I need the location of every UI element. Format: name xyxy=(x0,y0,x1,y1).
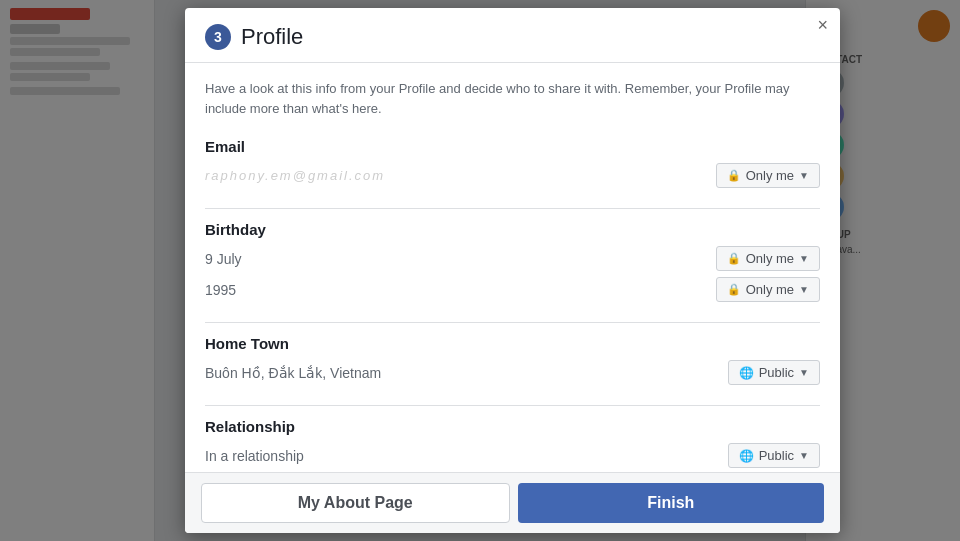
hometown-row: Buôn Hồ, Đắk Lắk, Vietnam 🌐 Public ▼ xyxy=(205,360,820,385)
email-privacy-button[interactable]: 🔒 Only me ▼ xyxy=(716,163,820,188)
modal-subtitle: Have a look at this info from your Profi… xyxy=(205,79,820,118)
divider-3 xyxy=(205,405,820,406)
relationship-value: In a relationship xyxy=(205,448,304,464)
email-row: raphony.em@gmail.com 🔒 Only me ▼ xyxy=(205,163,820,188)
divider-2 xyxy=(205,322,820,323)
globe-icon: 🌐 xyxy=(739,449,754,463)
email-privacy-label: Only me xyxy=(746,168,794,183)
email-label: Email xyxy=(205,138,820,155)
chevron-down-icon: ▼ xyxy=(799,170,809,181)
relationship-label: Relationship xyxy=(205,418,820,435)
hometown-privacy-button[interactable]: 🌐 Public ▼ xyxy=(728,360,820,385)
birthday-label: Birthday xyxy=(205,221,820,238)
birthday-day-privacy-label: Only me xyxy=(746,251,794,266)
relationship-section: Relationship In a relationship 🌐 Public … xyxy=(205,418,820,468)
chevron-down-icon: ▼ xyxy=(799,284,809,295)
finish-button[interactable]: Finish xyxy=(518,483,825,523)
birthday-day-row: 9 July 🔒 Only me ▼ xyxy=(205,246,820,271)
modal-step: 3 Profile xyxy=(205,24,820,50)
my-about-page-button[interactable]: My About Page xyxy=(201,483,510,523)
lock-icon: 🔒 xyxy=(727,283,741,296)
modal-header: 3 Profile × xyxy=(185,8,840,63)
profile-modal: 3 Profile × Have a look at this info fro… xyxy=(185,8,840,533)
close-button[interactable]: × xyxy=(817,16,828,34)
email-section: Email raphony.em@gmail.com 🔒 Only me ▼ xyxy=(205,138,820,188)
relationship-privacy-button[interactable]: 🌐 Public ▼ xyxy=(728,443,820,468)
birthday-year-privacy-button[interactable]: 🔒 Only me ▼ xyxy=(716,277,820,302)
birthday-section: Birthday 9 July 🔒 Only me ▼ 1995 🔒 Only … xyxy=(205,221,820,302)
relationship-privacy-label: Public xyxy=(759,448,794,463)
chevron-down-icon: ▼ xyxy=(799,253,809,264)
divider-1 xyxy=(205,208,820,209)
birthday-day-privacy-button[interactable]: 🔒 Only me ▼ xyxy=(716,246,820,271)
globe-icon: 🌐 xyxy=(739,366,754,380)
birthday-day-value: 9 July xyxy=(205,251,242,267)
hometown-section: Home Town Buôn Hồ, Đắk Lắk, Vietnam 🌐 Pu… xyxy=(205,335,820,385)
hometown-privacy-label: Public xyxy=(759,365,794,380)
birthday-year-value: 1995 xyxy=(205,282,236,298)
birthday-year-row: 1995 🔒 Only me ▼ xyxy=(205,277,820,302)
chevron-down-icon: ▼ xyxy=(799,450,809,461)
modal-title: Profile xyxy=(241,24,303,50)
lock-icon: 🔒 xyxy=(727,169,741,182)
relationship-row: In a relationship 🌐 Public ▼ xyxy=(205,443,820,468)
modal-body: Have a look at this info from your Profi… xyxy=(185,63,840,472)
birthday-year-privacy-label: Only me xyxy=(746,282,794,297)
modal-footer: My About Page Finish xyxy=(185,472,840,533)
chevron-down-icon: ▼ xyxy=(799,367,809,378)
hometown-value: Buôn Hồ, Đắk Lắk, Vietnam xyxy=(205,365,381,381)
step-number: 3 xyxy=(205,24,231,50)
hometown-label: Home Town xyxy=(205,335,820,352)
email-value: raphony.em@gmail.com xyxy=(205,168,385,183)
lock-icon: 🔒 xyxy=(727,252,741,265)
